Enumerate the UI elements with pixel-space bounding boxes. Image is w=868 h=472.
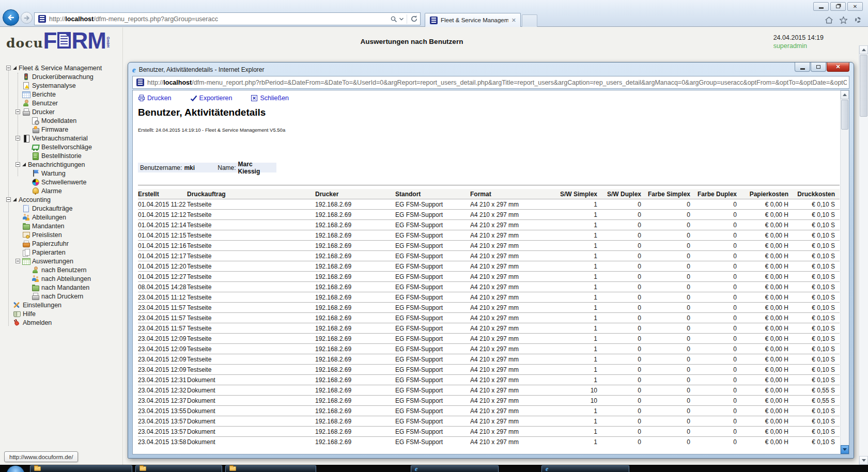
cell-sw-duplex: 0 — [599, 397, 643, 404]
popup-minimize-button[interactable] — [795, 62, 810, 72]
taskbar-item-explorer[interactable] — [225, 465, 316, 472]
sidebar-item[interactable]: Schwellenwerte — [3, 178, 121, 186]
popup-titlebar[interactable]: e Benutzer, Aktivitätendetails - Interne… — [132, 65, 786, 74]
sidebar-item[interactable]: Berichte — [3, 90, 121, 99]
cell-sw-duplex: 0 — [599, 201, 643, 208]
sidebar-item[interactable]: nach Benutzern — [3, 265, 121, 274]
search-icon[interactable] — [390, 15, 397, 23]
cell-druckauftrag: Dokument — [187, 376, 315, 384]
search-dropdown-icon[interactable] — [399, 18, 404, 21]
sidebar-item[interactable]: Systemanalyse — [3, 81, 121, 90]
sidebar-item[interactable]: nach Abteilungen — [3, 274, 121, 283]
sidebar-item[interactable]: nach Druckern — [3, 292, 121, 301]
col-header: Farbe Duplex — [692, 191, 739, 198]
report-title: Benutzer, Aktivitätendetails — [138, 107, 266, 118]
sidebar-item[interactable]: Papierarten — [3, 248, 121, 257]
page-scrollbar-thumb[interactable] — [860, 55, 867, 117]
sidebar-item[interactable]: Hilfe — [3, 309, 121, 318]
taskbar-item-explorer[interactable] — [30, 465, 132, 472]
tree-expander-icon[interactable] — [16, 109, 20, 114]
close-button[interactable]: ✕ — [847, 2, 863, 11]
home-button[interactable] — [824, 15, 834, 24]
settings-button[interactable] — [853, 15, 863, 24]
export-button[interactable]: Exportieren — [190, 95, 233, 102]
page-scroll-up-button[interactable] — [859, 45, 868, 54]
tree-expander-icon[interactable] — [16, 136, 20, 140]
popup-maximize-button[interactable] — [811, 62, 826, 72]
cell-sw-simplex: 1 — [542, 201, 599, 208]
sidebar-item-label: Fleet & Service Management — [19, 65, 102, 72]
address-url[interactable]: http://localhost/dfm-menu_reports.php?ar… — [49, 15, 390, 23]
cell-format: A4 210 x 297 mm — [470, 314, 542, 322]
cell-papierkosten: € 0,00 H — [739, 418, 791, 425]
sidebar-item[interactable]: Einstellungen — [3, 301, 121, 309]
session-info: 24.04.2015 14:19 superadmin — [773, 34, 824, 50]
tree-expander-icon[interactable] — [6, 197, 11, 202]
cell-papierkosten: € 0,00 H — [739, 304, 791, 311]
refresh-icon[interactable] — [410, 15, 418, 23]
restore-button[interactable] — [830, 2, 846, 11]
taskbar-item-ie[interactable]: e — [541, 465, 629, 472]
popup-address-bar[interactable]: http://localhost/dfm-menu_report.php?rbP… — [132, 76, 849, 89]
address-bar[interactable]: http://localhost/dfm-menu_reports.php?ar… — [34, 12, 421, 25]
sidebar-item[interactable]: Verbrauchsmaterial — [3, 134, 121, 143]
sidebar-item[interactable]: Abteilungen — [3, 213, 121, 222]
arrow-down-icon — [862, 459, 866, 462]
page-scrollbar[interactable] — [859, 45, 868, 465]
name-value: Marc Kiessig — [238, 161, 274, 175]
sidebar-item[interactable]: Wartung — [3, 169, 121, 178]
sidebar-item[interactable]: Bestellhistorie — [3, 151, 121, 160]
export-check-icon — [190, 95, 197, 102]
tree-expander-icon[interactable] — [16, 162, 20, 167]
sidebar-item[interactable]: Accounting — [3, 195, 121, 204]
back-button[interactable] — [3, 9, 19, 26]
cell-standort: EG FSM-Support — [395, 366, 470, 373]
sidebar-item-label: Berichte — [32, 91, 56, 98]
popup-scrollbar[interactable] — [840, 90, 849, 454]
popup-scroll-up-button[interactable] — [841, 90, 849, 99]
sidebar-item[interactable]: Benutzer — [3, 99, 121, 107]
new-tab-button[interactable] — [522, 14, 537, 27]
close-report-button[interactable]: Schließen — [251, 95, 289, 102]
page-scroll-down-button[interactable] — [859, 456, 868, 465]
table-row: 01.04.2015 12:14 Testseite 192.168.2.69 … — [138, 219, 840, 230]
minimize-button[interactable] — [813, 2, 829, 11]
sidebar-item[interactable]: Modelldaten — [3, 116, 121, 125]
sidebar-item[interactable]: Papierzufuhr — [3, 239, 121, 248]
tree-expander-icon[interactable] — [6, 66, 11, 70]
sidebar-item[interactable]: Druckaufträge — [3, 204, 121, 213]
sidebar-item[interactable]: Druckerüberwachung — [3, 72, 121, 81]
favorites-button[interactable] — [838, 15, 848, 24]
sidebar-item[interactable]: Bestellvorschläge — [3, 143, 121, 151]
sidebar-item[interactable]: nach Mandanten — [3, 283, 121, 292]
sidebar-item[interactable]: Firmware — [3, 125, 121, 134]
sidebar-item[interactable]: Fleet & Service Management — [3, 64, 121, 72]
popup-close-button[interactable]: ✕ — [827, 62, 849, 72]
popup-scroll-down-button[interactable] — [841, 445, 849, 454]
cell-farbe-duplex: 0 — [692, 418, 739, 425]
forward-button[interactable] — [21, 12, 33, 24]
popup-scrollbar-thumb[interactable] — [841, 100, 848, 130]
cell-druckkosten: € 0,10 S — [791, 263, 837, 270]
cell-drucker: 192.168.2.69 — [315, 242, 395, 249]
tree-expander-icon[interactable] — [16, 259, 20, 263]
cell-farbe-duplex: 0 — [692, 232, 739, 239]
tab-close-icon[interactable]: ✕ — [510, 17, 517, 24]
tree-item-icon — [32, 117, 39, 124]
sidebar-item[interactable]: Preislisten — [3, 230, 121, 239]
taskbar-item-ie[interactable]: e — [411, 465, 499, 472]
print-button[interactable]: Drucken — [138, 95, 172, 102]
sidebar-item[interactable]: Drucker — [3, 107, 121, 116]
cell-erstellt: 01.04.2015 12:27 — [138, 273, 187, 280]
sidebar-item[interactable]: Alarme — [3, 186, 121, 195]
sidebar-item[interactable]: Auswertungen — [3, 257, 121, 265]
start-button[interactable] — [6, 465, 25, 472]
sidebar-item-label: Preislisten — [32, 231, 62, 239]
sidebar-item[interactable]: Mandanten — [3, 222, 121, 230]
sidebar-item[interactable]: Benachrichtigungen — [3, 160, 121, 169]
popup-address-url[interactable]: http://localhost/dfm-menu_report.php?rbP… — [147, 79, 847, 86]
taskbar-item-explorer[interactable] — [135, 465, 222, 472]
sidebar-item[interactable]: Abmelden — [3, 318, 121, 327]
tab-fleet-service-management[interactable]: Fleet & Service Management ✕ — [425, 13, 521, 27]
cell-format: A4 210 x 297 mm — [470, 428, 542, 435]
